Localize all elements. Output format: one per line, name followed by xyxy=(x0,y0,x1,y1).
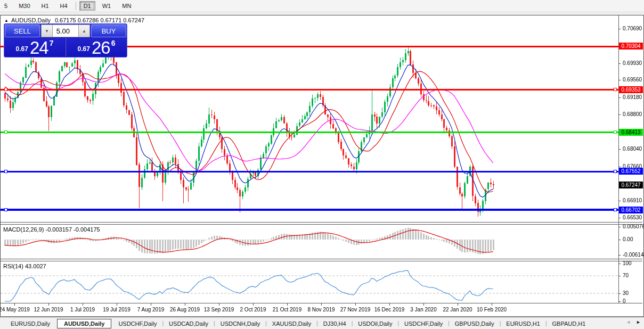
buy-button[interactable]: BUY xyxy=(91,24,126,37)
rsi-axis-tick: 0 xyxy=(623,298,644,304)
macd-indicator-label: MACD(12,26,9) -0.003157 -0.004175 xyxy=(3,226,100,233)
chart-tab-xauusd-daily[interactable]: XAUUSD,Daily xyxy=(267,319,316,328)
hline-price-label: 0.66702 xyxy=(619,207,643,213)
sell-price-pip: 7 xyxy=(50,39,54,47)
tab-scroll-right-icon[interactable]: ► xyxy=(636,319,641,325)
volume-field[interactable]: 5.00 xyxy=(53,24,78,37)
chart-tab-usdcad-daily[interactable]: USDCAD,Daily xyxy=(164,319,214,328)
price-axis-tick: 0.70690 xyxy=(623,26,644,31)
chart-ohlc-values: 0.67175 0.67286 0.67171 0.67247 xyxy=(55,17,144,23)
rsi-value: 43.0027 xyxy=(25,263,46,269)
price-axis-tick: 0.69930 xyxy=(623,60,644,66)
timeframe-toolbar: 5M30H1H4D1W1MN xyxy=(0,0,644,12)
rsi-indicator-label: RSI(14) 43.0027 xyxy=(3,263,46,269)
collapse-arrow-icon[interactable]: ▲ xyxy=(4,18,9,23)
price-axis-tick: 0.68040 xyxy=(623,146,644,152)
current-price-label: 0.67247 xyxy=(619,182,643,188)
chart-tab-gbpusd-daily[interactable]: GBPUSD,Daily xyxy=(450,319,500,328)
chart-tab-usdchf-daily[interactable]: USDCHF,Daily xyxy=(399,319,448,328)
timeframe-button-d1[interactable]: D1 xyxy=(79,1,95,11)
macd-axis-tick: -0.006148 xyxy=(623,252,644,258)
macd-axis-tick: 0.00 xyxy=(623,236,644,242)
symbol-tab-bar: EURUSD,DailyAUDUSD,DailyUSDCHF,Daily|USD… xyxy=(0,317,644,329)
sell-price[interactable]: 0.67 24 7 xyxy=(4,37,66,56)
rsi-axis-tick: 100 xyxy=(623,260,644,266)
rsi-axis-tick: 30 xyxy=(623,290,644,296)
timeframe-button-w1[interactable]: W1 xyxy=(98,1,116,11)
timeframe-button-mn[interactable]: MN xyxy=(118,1,135,11)
hline-price-label: 0.69353 xyxy=(619,86,643,93)
tab-scroll-left-icon[interactable]: ◄ xyxy=(626,319,631,325)
volume-increase-icon[interactable]: ▲ xyxy=(78,24,90,37)
chart-tab-usdoil-daily[interactable]: USDOil,Daily xyxy=(353,319,397,328)
price-axis-tick: 0.66910 xyxy=(623,198,644,203)
volume-decrease-icon[interactable]: ▼ xyxy=(41,24,53,37)
price-axis-tick: 0.69180 xyxy=(623,94,644,100)
hline-price-label: 0.68413 xyxy=(619,129,643,136)
price-axis-tick: 0.68800 xyxy=(623,111,644,117)
chart-tab-audusd-daily[interactable]: AUDUSD,Daily xyxy=(57,319,111,328)
sell-price-handle: 0.67 xyxy=(16,45,28,53)
buy-price-pip: 6 xyxy=(111,39,116,47)
chart-tab-usdchf-daily[interactable]: USDCHF,Daily xyxy=(113,319,162,328)
price-chart-canvas[interactable] xyxy=(1,15,642,316)
tab-scroll-arrows: ◄► xyxy=(626,319,641,325)
chart-window: ▲ AUDUSD,Daily 0.67175 0.67286 0.67171 0… xyxy=(0,15,644,317)
date-axis-label: 10 Feb 2020 xyxy=(470,307,513,312)
chart-tab-gbpaud-h1[interactable]: GBPAUD,H1 xyxy=(547,319,591,328)
sell-price-big: 24 xyxy=(30,41,48,55)
volume-stepper: ▼ 5.00 ▲ xyxy=(41,24,90,37)
chart-tab-dj30-h4[interactable]: DJ30,H4 xyxy=(318,319,352,328)
buy-price[interactable]: 0.67 26 6 xyxy=(66,37,127,56)
sell-button[interactable]: SELL xyxy=(5,24,40,37)
timeframe-button-h1[interactable]: H1 xyxy=(37,1,53,11)
chart-tab-usdcnh-daily[interactable]: USDCNH,Daily xyxy=(215,319,266,328)
rsi-axis-tick: 70 xyxy=(623,273,644,278)
chart-tab-eurusd-daily[interactable]: EURUSD,Daily xyxy=(5,319,55,328)
timeframe-button-5[interactable]: 5 xyxy=(0,1,12,11)
macd-axis-tick: 0.005076 xyxy=(623,224,644,229)
toolbar-separator xyxy=(76,2,76,10)
macd-values: -0.003157 -0.004175 xyxy=(45,226,100,233)
price-axis-tick: 0.66530 xyxy=(623,215,644,220)
timeframe-button-h4[interactable]: H4 xyxy=(56,1,72,11)
hline-price-label: 0.67552 xyxy=(619,168,643,175)
hline-price-label: 0.70304 xyxy=(619,43,643,50)
chart-symbol-label: AUDUSD,Daily xyxy=(11,17,51,23)
chart-tab-eurusd-h1[interactable]: EURUSD,H1 xyxy=(501,319,545,328)
buy-price-handle: 0.67 xyxy=(78,45,90,53)
price-axis-tick: 0.69560 xyxy=(623,77,644,83)
timeframe-button-m30[interactable]: M30 xyxy=(14,1,34,11)
chart-title: ▲ AUDUSD,Daily 0.67175 0.67286 0.67171 0… xyxy=(4,17,144,23)
one-click-trade-panel: SELL ▼ 5.00 ▲ BUY 0.67 24 7 0.67 26 6 xyxy=(4,23,127,57)
buy-price-big: 26 xyxy=(92,41,110,55)
